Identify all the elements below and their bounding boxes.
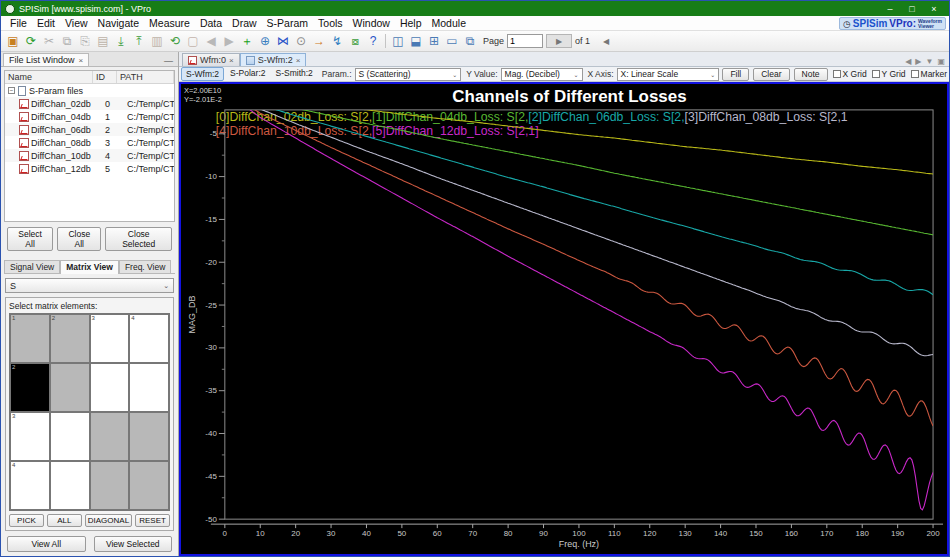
- file-row[interactable]: DiffChan_02db0C:/Temp/CTLEBlog/Diff: [5, 97, 174, 110]
- close-tab-icon[interactable]: ×: [229, 56, 234, 65]
- open-session-icon[interactable]: ▣: [5, 33, 22, 50]
- minimize-panel-button[interactable]: —: [164, 56, 173, 66]
- matrix-cell-4-2[interactable]: [50, 461, 90, 510]
- matrix-cell-4-4[interactable]: [129, 461, 169, 510]
- subtab-s-smith2[interactable]: S-Smith:2: [272, 67, 317, 81]
- measure-icon[interactable]: ↯: [329, 33, 346, 50]
- tab-freqview[interactable]: Freq. View: [119, 260, 171, 273]
- layout-hsplit-icon[interactable]: ⬓: [408, 33, 425, 50]
- matrix-cell-1-4[interactable]: 4: [129, 314, 169, 363]
- matrix-type-dropdown[interactable]: S ⌄: [5, 278, 174, 293]
- yvalue-dropdown[interactable]: Mag. (Decibel) ⌄: [501, 68, 583, 81]
- minimize-button[interactable]: –: [879, 4, 901, 14]
- y-grid-checkbox[interactable]: Y Grid: [872, 69, 906, 79]
- waveform-chart[interactable]: X=2.00E10Y=-2.01E-2Channels of Different…: [181, 84, 947, 554]
- matrix-cell-2-2[interactable]: [50, 363, 90, 412]
- page-input[interactable]: [507, 34, 543, 48]
- tab-list-icon[interactable]: ▼: [926, 57, 934, 66]
- menu-navigate[interactable]: Navigate: [93, 17, 144, 29]
- curve--5-diffchan-12db-loss-s-2-1-[interactable]: [225, 91, 933, 510]
- menu-file[interactable]: File: [5, 17, 32, 29]
- close-panel-icon[interactable]: ×: [79, 56, 84, 65]
- refresh-icon[interactable]: ⟳: [23, 33, 40, 50]
- param-dropdown[interactable]: S (Scattering) ⌄: [355, 68, 462, 81]
- help-icon[interactable]: ?: [365, 33, 382, 50]
- matrix-cell-3-4[interactable]: [129, 412, 169, 461]
- diagonal-button[interactable]: DIAGONAL: [85, 514, 132, 527]
- all-button[interactable]: ALL: [47, 514, 82, 527]
- zoom-in-icon[interactable]: ⊕: [257, 33, 274, 50]
- column-id[interactable]: ID: [93, 71, 117, 83]
- tab-swfm2[interactable]: S-Wfm:2 ×: [240, 53, 307, 66]
- maximize-view-icon[interactable]: ▣: [937, 57, 945, 66]
- scroll-tabs-right-icon[interactable]: ▶: [915, 57, 921, 66]
- menu-s-param[interactable]: S-Param: [262, 17, 313, 29]
- column-name[interactable]: Name: [5, 71, 93, 83]
- tab-signalview[interactable]: Signal View: [4, 260, 60, 273]
- layout-grid-icon[interactable]: ⊞: [426, 33, 443, 50]
- column-path[interactable]: PATH: [117, 71, 174, 83]
- file-list-window-tab[interactable]: File List Window ×: [3, 53, 89, 66]
- close-file-icon[interactable]: ▢: [185, 33, 202, 50]
- marker-checkbox[interactable]: Marker: [911, 69, 947, 79]
- add-icon[interactable]: ＋: [239, 33, 256, 50]
- select-all-button[interactable]: Select All: [7, 227, 53, 251]
- prev-page-button[interactable]: ◀: [593, 34, 619, 48]
- matrix-cell-2-1[interactable]: 2: [10, 363, 50, 412]
- menu-help[interactable]: Help: [395, 17, 427, 29]
- snapshot-icon[interactable]: ⧇: [347, 33, 364, 50]
- checkbox-icon[interactable]: [911, 70, 919, 78]
- matrix-cell-3-3[interactable]: [90, 412, 130, 461]
- reload-file-icon[interactable]: ⟲: [167, 33, 184, 50]
- menu-draw[interactable]: Draw: [227, 17, 262, 29]
- layout-single-icon[interactable]: ▭: [444, 33, 461, 50]
- fill-button[interactable]: Fill: [722, 68, 749, 81]
- sparam-files-group-row[interactable]: − S-Param files: [5, 84, 174, 97]
- matrix-cell-3-2[interactable]: [50, 412, 90, 461]
- copy-icon[interactable]: ⧉: [59, 33, 76, 50]
- matrix-cell-4-3[interactable]: [90, 461, 130, 510]
- subtab-s-polar2[interactable]: S-Polar:2: [226, 67, 269, 81]
- xaxis-dropdown[interactable]: X: Linear Scale ⌄: [617, 68, 720, 81]
- next-point-icon[interactable]: →: [311, 33, 328, 50]
- maximize-button[interactable]: □: [901, 4, 923, 14]
- file-row[interactable]: DiffChan_10db4C:/Temp/CTLEBlog/Diff: [5, 149, 174, 162]
- tab-matrixview[interactable]: Matrix View: [60, 260, 119, 274]
- reset-button[interactable]: RESET: [135, 514, 170, 527]
- close-button[interactable]: ×: [923, 4, 945, 14]
- matrix-cell-2-3[interactable]: [90, 363, 130, 412]
- matrix-cell-1-2[interactable]: 2: [50, 314, 90, 363]
- plot-area[interactable]: X=2.00E10Y=-2.01E-2Channels of Different…: [179, 82, 949, 556]
- file-row[interactable]: DiffChan_04db1C:/Temp/CTLEBlog/Diff: [5, 110, 174, 123]
- menu-view[interactable]: View: [60, 17, 93, 29]
- matrix-cell-1-3[interactable]: 3: [90, 314, 130, 363]
- x-grid-checkbox[interactable]: X Grid: [833, 69, 867, 79]
- subtab-s-wfm2[interactable]: S-Wfm:2: [181, 67, 224, 81]
- cut-icon[interactable]: ✂: [41, 33, 58, 50]
- note-button[interactable]: Note: [794, 68, 828, 81]
- file-row[interactable]: DiffChan_12db5C:/Temp/CTLEBlog/Diff: [5, 162, 174, 175]
- back-icon[interactable]: ◀: [203, 33, 220, 50]
- menu-tools[interactable]: Tools: [313, 17, 348, 29]
- checkbox-icon[interactable]: [833, 70, 841, 78]
- scroll-tabs-left-icon[interactable]: ◀: [905, 57, 911, 66]
- curve--4-diffchan-10db-loss-s-2-1-[interactable]: [225, 91, 933, 426]
- menu-window[interactable]: Window: [348, 17, 395, 29]
- matrix-cell-2-4[interactable]: [129, 363, 169, 412]
- file-row[interactable]: DiffChan_06db2C:/Temp/CTLEBlog/Diff: [5, 123, 174, 136]
- close-selected-button[interactable]: Close Selected: [105, 227, 172, 251]
- view-all-button[interactable]: View All: [7, 536, 86, 552]
- view-selected-button[interactable]: View Selected: [94, 536, 173, 552]
- next-page-button[interactable]: ▶: [546, 34, 572, 48]
- matrix-cell-3-1[interactable]: 3: [10, 412, 50, 461]
- close-tab-icon[interactable]: ×: [296, 56, 301, 65]
- menu-measure[interactable]: Measure: [144, 17, 195, 29]
- checkbox-icon[interactable]: [872, 70, 880, 78]
- matrix-cell-4-1[interactable]: 4: [10, 461, 50, 510]
- layout-float-icon[interactable]: ⧉: [462, 33, 479, 50]
- matrix-cell-1-1[interactable]: 1: [10, 314, 50, 363]
- zoom-fit-icon[interactable]: ⋈: [275, 33, 292, 50]
- menu-edit[interactable]: Edit: [32, 17, 60, 29]
- import-file-icon[interactable]: ⤓: [113, 33, 130, 50]
- menu-data[interactable]: Data: [195, 17, 227, 29]
